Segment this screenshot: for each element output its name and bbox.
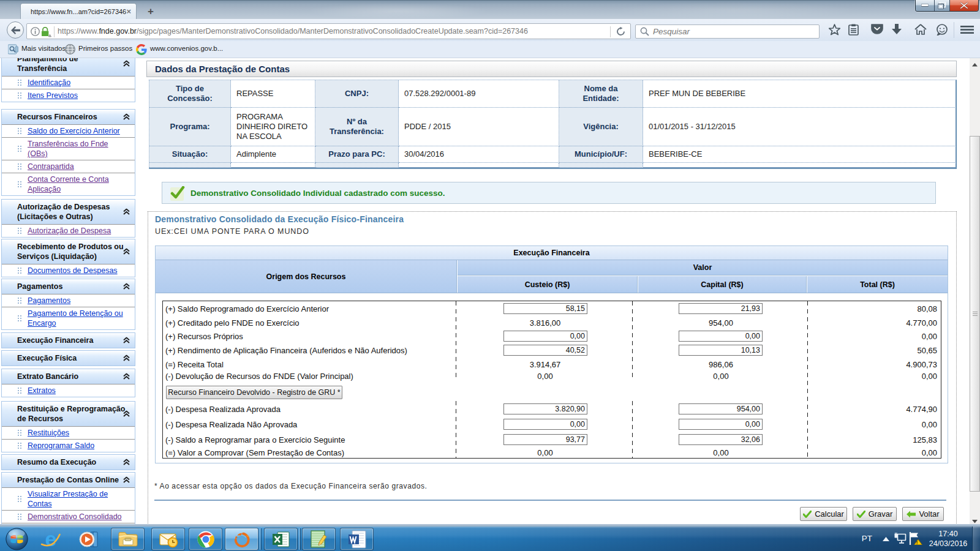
svg-text:!: ! bbox=[916, 540, 918, 545]
svg-text:e: e bbox=[45, 529, 57, 550]
